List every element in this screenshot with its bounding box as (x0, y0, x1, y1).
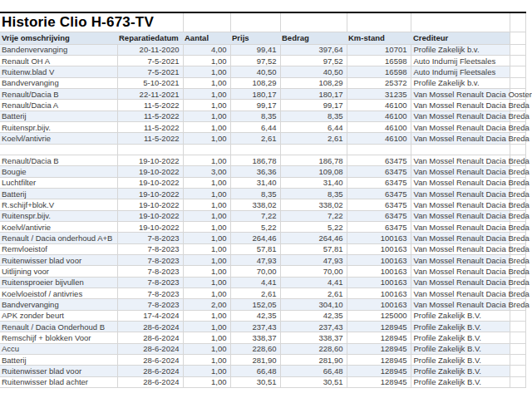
table-row[interactable]: Ruitenw.blad V7-5-20211,0040,5040,501659… (0, 66, 525, 77)
table-row[interactable]: Bandenvervanging20-11-20204,0099,41397,6… (0, 44, 525, 55)
cell-crediteur[interactable]: Van Mossel Renault Dacia Breda (411, 266, 510, 277)
cell-omschrijving[interactable]: Ruitenspr.bijv. (0, 121, 117, 132)
cell-bedrag[interactable]: 5,22 (280, 222, 347, 233)
cell-kmstand[interactable]: 63475 (347, 199, 411, 210)
table-row[interactable]: Ruitenwisser blad voor7-8-20231,0047,934… (0, 255, 525, 266)
column-header-kmstand[interactable]: Km-stand (347, 32, 411, 44)
cell-crediteur[interactable]: Van Mossel Renault Dacia Breda (411, 222, 510, 233)
cell-bedrag[interactable]: 70,00 (280, 266, 347, 277)
cell-omschrijving[interactable]: Bandvervanging (0, 77, 117, 88)
cell-datum[interactable]: 7-5-2021 (117, 55, 183, 66)
cell-aantal[interactable]: 1,00 (183, 332, 230, 343)
cell-datum[interactable]: 28-6-2024 (117, 343, 183, 354)
cell-prijs[interactable]: 40,50 (230, 66, 280, 77)
cell-crediteur[interactable]: Profile Zakelijk B.V. (411, 376, 510, 387)
table-row[interactable]: Luchtfilter19-10-20221,0031,4031,4063475… (0, 177, 525, 188)
cell-omschrijving[interactable]: Bandvervanging (0, 299, 117, 310)
cell-bedrag[interactable]: 42,35 (280, 310, 347, 321)
cell-bedrag[interactable]: 264,46 (280, 233, 347, 243)
cell-omschrijving[interactable]: Koelvloeistof / antivries (0, 288, 117, 299)
cell-aantal[interactable]: 1,00 (183, 77, 230, 88)
cell-datum[interactable]: 19-10-2022 (117, 222, 183, 233)
cell-kmstand[interactable]: 128945 (347, 332, 411, 343)
cell-aantal[interactable]: 1,00 (183, 343, 230, 354)
cell-kmstand[interactable]: 128945 (347, 355, 411, 366)
cell-bedrag[interactable]: 8,35 (280, 188, 347, 199)
cell-bedrag[interactable]: 40,50 (280, 66, 347, 77)
cell-aantal[interactable]: 1,00 (183, 155, 230, 165)
cell-prijs[interactable]: 8,35 (230, 111, 280, 121)
cell-omschrijving[interactable]: APK zonder beurt (0, 310, 117, 321)
cell-kmstand[interactable]: 125000 (347, 310, 411, 321)
cell-datum[interactable]: 7-8-2023 (117, 233, 183, 243)
cell-crediteur[interactable]: Van Mossel Renault Dacia Breda (411, 166, 510, 177)
column-header-reparatiedatum[interactable]: Reparatiedatum (117, 32, 183, 44)
cell-bedrag[interactable]: 237,43 (280, 322, 347, 332)
cell-prijs[interactable]: 2,61 (230, 288, 280, 299)
cell-datum[interactable]: 22-11-2021 (117, 88, 183, 99)
table-row[interactable]: Batterij11-5-20221,008,358,3546100Van Mo… (0, 111, 525, 121)
cell-omschrijving[interactable]: Renault / Dacia onderhoud A+B (0, 233, 117, 243)
cell-prijs[interactable]: 186,78 (230, 155, 280, 165)
cell-prijs[interactable]: 99,41 (230, 44, 280, 55)
table-row[interactable]: Batterij19-10-20221,008,358,3563475Van M… (0, 188, 525, 199)
cell-bedrag[interactable]: 2,61 (280, 288, 347, 299)
cell-omschrijving[interactable]: Ruitenw.blad V (0, 66, 117, 77)
table-row[interactable]: Ruitenspr.bijv.19-10-20221,007,227,22634… (0, 210, 525, 221)
cell-kmstand[interactable]: 63475 (347, 166, 411, 177)
cell-prijs[interactable]: 47,93 (230, 255, 280, 266)
cell-crediteur[interactable]: Van Mossel Renault Dacia Breda (411, 199, 510, 210)
cell-prijs[interactable]: 30,51 (230, 376, 280, 387)
cell-aantal[interactable]: 1,00 (183, 288, 230, 299)
cell-crediteur[interactable]: Profile Zakelijk b.v. (411, 44, 510, 55)
cell-kmstand[interactable]: 100163 (347, 255, 411, 266)
cell-bedrag[interactable]: 186,78 (280, 155, 347, 165)
cell-kmstand[interactable]: 16598 (347, 66, 411, 77)
cell-crediteur[interactable]: Van Mossel Renault Dacia Breda (411, 233, 510, 243)
cell-crediteur[interactable]: Profile Zakelijk B.V. (411, 332, 510, 343)
cell-bedrag[interactable]: 47,93 (280, 255, 347, 266)
cell-crediteur[interactable]: Van Mossel Renault Dacia Breda (411, 133, 510, 144)
cell-prijs[interactable]: 237,43 (230, 322, 280, 332)
cell-datum[interactable]: 7-8-2023 (117, 288, 183, 299)
cell-aantal[interactable]: 1,00 (183, 243, 230, 254)
table-row[interactable]: Renault/Dacia B22-11-20211,00180,17180,1… (0, 88, 525, 99)
table-row[interactable]: APK zonder beurt17-4-20241,0042,3542,351… (0, 310, 525, 321)
cell-kmstand[interactable]: 10701 (347, 44, 411, 55)
cell-bedrag[interactable]: 109,08 (280, 166, 347, 177)
cell-crediteur[interactable]: Profile Zakelijk B.V. (411, 322, 510, 332)
cell-aantal[interactable]: 1,00 (183, 322, 230, 332)
cell-kmstand[interactable]: 128945 (347, 322, 411, 332)
cell-omschrijving[interactable]: Luchtfilter (0, 177, 117, 188)
cell-datum[interactable]: 28-6-2024 (117, 332, 183, 343)
table-row[interactable]: Renault/Dacia B19-10-20221,00186,78186,7… (0, 155, 525, 165)
cell-omschrijving[interactable]: Koelvl/antivrie (0, 222, 117, 233)
cell-kmstand[interactable]: 100163 (347, 243, 411, 254)
table-row[interactable]: Accu28-6-20241,00228,60228,60128945Profi… (0, 343, 525, 354)
cell-omschrijving[interactable]: Renault OH A (0, 55, 117, 66)
cell-prijs[interactable]: 338,02 (230, 199, 280, 210)
cell-prijs[interactable]: 42,35 (230, 310, 280, 321)
cell-kmstand[interactable]: 100163 (347, 233, 411, 243)
cell-kmstand[interactable]: 46100 (347, 111, 411, 121)
cell-omschrijving[interactable]: Koelvl/antivrie (0, 133, 117, 144)
cell-aantal[interactable]: 3,00 (183, 166, 230, 177)
cell-omschrijving[interactable]: Ruitenwisser blad voor (0, 366, 117, 376)
cell-omschrijving[interactable]: Remschijf + blokken Voor (0, 332, 117, 343)
table-row[interactable]: Ruitenwisser blad achter28-6-20241,0030,… (0, 376, 525, 387)
cell-datum[interactable]: 7-8-2023 (117, 243, 183, 254)
cell-prijs[interactable]: 7,22 (230, 210, 280, 221)
cell-aantal[interactable]: 1,00 (183, 199, 230, 210)
cell-omschrijving[interactable]: Ruitenwisser blad achter (0, 376, 117, 387)
cell-crediteur[interactable]: Van Mossel Renault Dacia Breda (411, 121, 510, 132)
cell-bedrag[interactable]: 99,17 (280, 100, 347, 111)
cell-crediteur[interactable]: Van Mossel Renault Dacia Breda (411, 288, 510, 299)
cell-prijs[interactable]: 31,40 (230, 177, 280, 188)
cell-bedrag[interactable]: 304,10 (280, 299, 347, 310)
cell-prijs[interactable]: 281,90 (230, 355, 280, 366)
column-header-bedrag[interactable]: Bedrag (280, 32, 347, 44)
cell-kmstand[interactable]: 100163 (347, 288, 411, 299)
cell-datum[interactable]: 19-10-2022 (117, 177, 183, 188)
cell-aantal[interactable]: 1,00 (183, 210, 230, 221)
table-row[interactable]: Renault/Dacia A11-5-20221,0099,1799,1746… (0, 100, 525, 111)
